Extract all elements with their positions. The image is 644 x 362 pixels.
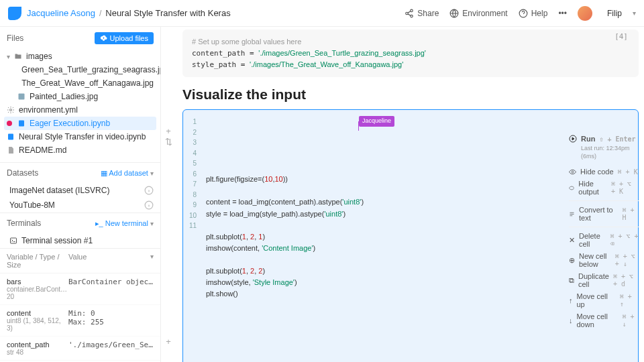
file-item[interactable]: The_Great_Wave_off_Kanagawa.jpg <box>4 76 156 90</box>
file-item-active[interactable]: Eager Execution.ipynb <box>4 117 156 130</box>
delete-cell-button[interactable]: ✕Delete cell ⌘ + ⌥ + ⌫ <box>569 230 639 250</box>
upload-button[interactable]: Upload files <box>95 32 154 44</box>
svg-point-1 <box>406 12 409 15</box>
add-cell-button[interactable]: + <box>164 337 173 346</box>
svg-point-2 <box>411 15 413 17</box>
notebook-icon <box>17 119 25 127</box>
move-down-button[interactable]: ↓Move cell down ⌘ + ↓ <box>569 310 639 330</box>
svg-rect-13 <box>11 238 17 243</box>
move-handle-icon[interactable]: ⇅ <box>164 137 173 146</box>
breadcrumb-sep: / <box>99 9 101 18</box>
username: Filip <box>607 9 622 18</box>
svg-point-8 <box>10 109 12 111</box>
gear-icon <box>7 106 15 114</box>
notebook-area: + ⇅ + [4] # Set up some global values he… <box>161 27 644 362</box>
share-button[interactable]: Share <box>405 9 439 18</box>
hide-output-button[interactable]: Hide output ⌘ + ⌥ + K <box>569 178 639 198</box>
new-cell-below-button[interactable]: ⊕New cell below ⌘ + ⌥ + ↓ <box>569 250 639 270</box>
breadcrumb-owner[interactable]: Jacqueline Asong <box>27 8 95 18</box>
share-icon <box>405 9 414 18</box>
var-row[interactable]: contentuint8 (1, 384, 512, 3)Min: 0 Max:… <box>0 305 160 337</box>
close-icon: ✕ <box>569 236 575 245</box>
svg-point-47 <box>572 171 574 173</box>
chevron-down-icon[interactable]: ▾ <box>633 9 636 17</box>
dataset-item[interactable]: ImageNet dataset (ILSVRC) <box>0 183 160 198</box>
svg-rect-10 <box>8 134 13 140</box>
section-heading: Visualize the input <box>182 86 639 103</box>
play-icon <box>569 135 577 143</box>
page-title: Neural Style Transfer with Keras <box>105 8 230 18</box>
hide-code-button[interactable]: Hide code ⌘ + K <box>569 166 639 178</box>
svg-point-0 <box>411 9 413 11</box>
file-item[interactable]: Green_Sea_Turtle_grazing_seagrass.jpg <box>4 63 156 76</box>
sidebar: Files Upload files ▾images Green_Sea_Tur… <box>0 27 161 362</box>
file-item[interactable]: Neural Style Transfer in video.ipynb <box>4 130 156 143</box>
remote-cursor-icon <box>358 121 359 131</box>
more-button[interactable]: ••• <box>558 9 567 18</box>
run-button[interactable]: Run ⇧ + Enter <box>569 133 639 145</box>
logo-icon <box>8 7 21 20</box>
file-item[interactable]: environment.yml <box>4 103 156 117</box>
terminal-item[interactable]: Terminal session #1 <box>0 233 160 248</box>
terminal-icon <box>9 237 17 245</box>
move-up-button[interactable]: ↑Move cell up ⌘ + ↑ <box>569 290 639 310</box>
presence-tag: Jacqueline <box>359 116 394 127</box>
svg-rect-9 <box>19 121 24 127</box>
file-icon <box>7 146 15 154</box>
var-row[interactable]: content_pathstr 48'./images/Green_Sea_Tu… <box>0 337 160 361</box>
vars-header: Variable / Type / SizeValue▾ <box>0 249 160 274</box>
arrow-up-icon: ↑ <box>569 296 573 304</box>
convert-text-button[interactable]: Convert to text ⌘ + H <box>569 204 639 224</box>
duplicate-cell-button[interactable]: ⧉Duplicate cell ⌘ + ⌥ + d <box>569 270 639 290</box>
svg-rect-7 <box>19 94 25 100</box>
help-button[interactable]: Help <box>519 9 548 18</box>
cell-exec-count: [4] <box>614 32 628 41</box>
add-cell-button[interactable]: + <box>164 126 173 135</box>
add-dataset-button[interactable]: ▦ Add dataset ▾ <box>101 169 154 178</box>
terminals-header: Terminals▸_ New terminal ▾ <box>0 213 160 233</box>
info-icon[interactable] <box>144 200 154 210</box>
avatar[interactable] <box>578 6 592 21</box>
environment-button[interactable]: Environment <box>449 9 507 18</box>
image-icon <box>17 93 25 101</box>
last-run-label: Last run: 12:34pm (6ms) <box>581 145 639 160</box>
globe-icon <box>449 9 459 18</box>
cell-output: Content Image 050100150200250300350 0100… <box>193 334 629 362</box>
folder-images[interactable]: ▾images <box>4 50 156 63</box>
folder-icon <box>14 52 22 60</box>
help-icon <box>519 9 528 18</box>
eye-off-icon <box>569 184 574 192</box>
cloud-upload-icon <box>100 35 107 42</box>
datasets-header: Datasets▦ Add dataset ▾ <box>0 163 160 183</box>
cell-action-menu: Run ⇧ + Enter Last run: 12:34pm (6ms) Hi… <box>569 133 639 330</box>
arrow-down-icon: ↓ <box>569 316 573 324</box>
new-terminal-button[interactable]: ▸_ New terminal ▾ <box>95 219 154 228</box>
text-icon <box>569 210 575 218</box>
info-icon[interactable] <box>144 186 154 195</box>
presence-dot-icon <box>7 121 12 126</box>
file-item[interactable]: Painted_Ladies.jpg <box>4 90 156 103</box>
file-item[interactable]: README.md <box>4 143 156 157</box>
eye-off-icon <box>569 168 576 176</box>
code-cell[interactable]: [4] # Set up some global values here con… <box>182 29 639 77</box>
files-header: Files Upload files <box>0 27 160 50</box>
notebook-icon <box>7 133 15 141</box>
dataset-item[interactable]: YouTube-8M <box>0 198 160 213</box>
plus-circle-icon: ⊕ <box>569 256 575 265</box>
var-row[interactable]: barscontainer.BarCont… 20BarContainer ob… <box>0 274 160 305</box>
copy-icon: ⧉ <box>569 276 574 285</box>
top-header: Jacqueline Asong / Neural Style Transfer… <box>0 0 644 27</box>
